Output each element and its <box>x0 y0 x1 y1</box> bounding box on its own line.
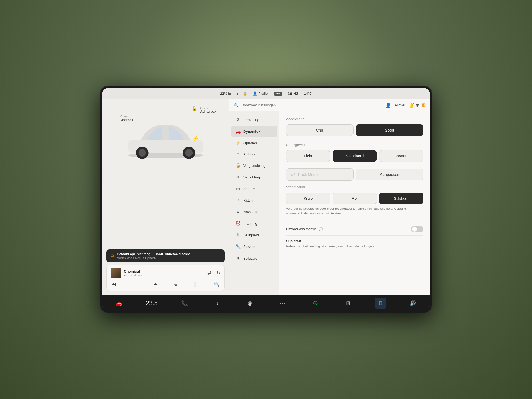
sport-button[interactable]: Sport <box>356 124 423 136</box>
equalizer-icon: ||| <box>193 281 198 288</box>
notification-warning-icon: ⚠ <box>110 252 114 258</box>
open-voorbak-label[interactable]: Open Voorbak <box>120 115 133 122</box>
offroad-toggle[interactable] <box>411 226 423 232</box>
add-button[interactable]: ⊕ <box>173 280 179 288</box>
sidebar-item-opladen[interactable]: ⚡ Opladen <box>231 137 277 149</box>
notification-bar[interactable]: ⚠ Betaald opl. niet mog. - Contr. onbeta… <box>106 249 225 262</box>
scherm-icon: ▭ <box>236 186 241 191</box>
prev-track-button[interactable]: ⏮ <box>111 281 117 288</box>
notification-text: Betaald opl. niet mog. - Contr. onbetaal… <box>117 252 190 260</box>
rol-button[interactable]: Rol <box>332 193 377 204</box>
verlichting-label: Verlichting <box>243 175 260 179</box>
open-voorbak-open: Open <box>120 115 133 118</box>
sos-badge: SOS <box>274 92 282 96</box>
sidebar-item-planning[interactable]: ⏰ Planning <box>231 218 277 229</box>
taskbar-camera-button[interactable]: ◉ <box>244 298 255 309</box>
status-bar: 22% 🔒 👤 Profiel SOS 10:42 14°C <box>102 88 430 99</box>
sidebar-menu: ⚙ Bediening 🚗 Dynamiek ⚡ Opladen ⊙ <box>229 111 279 295</box>
sidebar-item-vergrendeling[interactable]: 🔒 Vergrendeling <box>231 160 277 171</box>
battery-fill <box>229 93 231 95</box>
streaming-dot: ● <box>124 274 126 277</box>
bediening-label: Bediening <box>243 118 259 122</box>
lock-status: 🔒 <box>243 91 247 96</box>
track-name: Chemical <box>124 269 143 273</box>
sidebar-item-service[interactable]: 🔧 Service <box>231 241 277 252</box>
taskbar-car-button[interactable]: 🚗 <box>113 298 124 309</box>
sidebar-item-ritten[interactable]: ↗ Ritten <box>231 195 277 206</box>
chill-button[interactable]: Chill <box>286 124 354 136</box>
taskbar-bluetooth-button[interactable]: B <box>375 298 386 309</box>
artist-name: ● Post Malone <box>124 273 143 277</box>
search-icon: 🔍 <box>234 103 239 108</box>
sidebar-item-bediening[interactable]: ⚙ Bediening <box>231 114 277 125</box>
sos-status: SOS <box>274 92 282 96</box>
dynamiek-settings-content: Acceleratie Chill Sport Stuurgewicht Lic… <box>279 111 430 295</box>
taskbar-grid-button[interactable]: ⊞ <box>342 298 354 309</box>
sidebar-item-software[interactable]: ⬇ Software <box>231 253 277 264</box>
acceleratie-title: Acceleratie <box>286 117 423 121</box>
search-input[interactable] <box>241 103 383 107</box>
open-voorbak-text: Voorbak <box>120 118 133 122</box>
tesla-screen: 22% 🔒 👤 Profiel SOS 10:42 14°C <box>100 86 432 313</box>
aanpassen-button[interactable]: Aanpassen <box>356 169 423 180</box>
veiligheid-icon: ℹ <box>236 232 241 237</box>
volume-icon: 🔊 <box>410 300 417 306</box>
search-music-button[interactable]: 🔍 <box>213 280 221 288</box>
stopmodus-section: Stopmodus Kruip Rol Stilstaan Vergroot d… <box>286 185 423 216</box>
taskbar: 🚗 23.5 📞 ♪ ◉ ··· ⊙ ⊞ B <box>102 295 430 311</box>
zwaar-button[interactable]: Zwaar <box>379 150 423 162</box>
slip-start-title: Slip start <box>286 239 423 243</box>
bell-icon[interactable]: 🔔 <box>409 103 414 108</box>
stuurgewicht-button-group: Licht Standaard Zwaar <box>286 150 423 162</box>
sidebar-item-verlichting[interactable]: ✦ Verlichting <box>231 172 277 183</box>
settings-search-bar: 🔍 👤 Profiel 🔔 ✱ 📶 <box>229 99 430 111</box>
lock-icon: 🔒 <box>243 91 247 96</box>
stuurgewicht-title: Stuurgewicht <box>286 143 423 147</box>
right-settings-wrapper: 🔍 👤 Profiel 🔔 ✱ 📶 <box>229 99 430 295</box>
notification-sub: Mobiele app > Menu > Opladen <box>117 257 190 260</box>
music-controls: ⏮ ⏸ ⏭ ⊕ ||| 🔍 <box>111 280 221 288</box>
licht-button[interactable]: Licht <box>286 150 330 162</box>
standaard-button[interactable]: Standaard <box>332 150 377 162</box>
sidebar-item-dynamiek[interactable]: 🚗 Dynamiek <box>231 126 277 137</box>
verlichting-icon: ✦ <box>236 175 241 180</box>
stopmodus-title: Stopmodus <box>286 185 423 189</box>
bediening-icon: ⚙ <box>236 117 241 122</box>
track-mode-label: Track Mode <box>297 172 318 177</box>
sidebar-item-navigatie[interactable]: ▲ Navigatie <box>231 206 277 217</box>
dynamiek-label: Dynamiek <box>243 129 260 134</box>
next-track-button[interactable]: ⏭ <box>152 281 159 288</box>
offroad-info-icon[interactable]: i <box>319 227 323 231</box>
open-achterbak-open: Open <box>200 106 216 110</box>
taskbar-more-button[interactable]: ··· <box>277 298 288 309</box>
svg-point-5 <box>185 149 193 157</box>
autopilot-label: Autopilot <box>243 152 257 156</box>
status-icons: 🔔 ✱ 📶 <box>409 103 426 108</box>
acceleratie-button-group: Chill Sport <box>286 124 423 136</box>
music-note-icon: ♪ <box>216 300 219 306</box>
lock-car-icon: 🔓 <box>191 106 197 111</box>
track-mode-button[interactable]: 🏎 Track Mode <box>286 168 354 181</box>
svg-point-3 <box>139 149 146 157</box>
repeat-icon[interactable]: ↻ <box>216 270 221 276</box>
profile-header-label: Profiel <box>395 103 405 107</box>
artist-label: Post Malone <box>126 273 143 277</box>
grid-icon: ⊞ <box>346 300 350 306</box>
taskbar-music-button[interactable]: ♪ <box>212 298 223 309</box>
bluetooth-icon: B <box>379 300 383 306</box>
open-achterbak-label[interactable]: Open Achterbak <box>200 106 216 114</box>
sidebar-item-veiligheid[interactable]: ℹ Veiligheid <box>231 229 277 241</box>
slip-start-description: Gebruik om het voertuig uit sneeuw, zand… <box>286 244 423 249</box>
sidebar-item-scherm[interactable]: ▭ Scherm <box>231 183 277 194</box>
offroad-row: Offroad-assistentie i <box>286 223 423 235</box>
sidebar-item-autopilot[interactable]: ⊙ Autopilot <box>231 149 277 159</box>
taskbar-phone-button[interactable]: 📞 <box>179 298 190 309</box>
screen-content: 22% 🔒 👤 Profiel SOS 10:42 14°C <box>102 88 430 311</box>
pause-button[interactable]: ⏸ <box>131 281 138 288</box>
kruip-button[interactable]: Kruip <box>286 193 330 204</box>
notification-dot <box>413 103 414 104</box>
shuffle-icon[interactable]: ⇄ <box>207 270 211 276</box>
taskbar-volume-button[interactable]: 🔊 <box>408 298 419 309</box>
stilstaan-button[interactable]: Stilstaan <box>379 193 423 204</box>
taskbar-spotify-button[interactable]: ⊙ <box>310 298 321 309</box>
